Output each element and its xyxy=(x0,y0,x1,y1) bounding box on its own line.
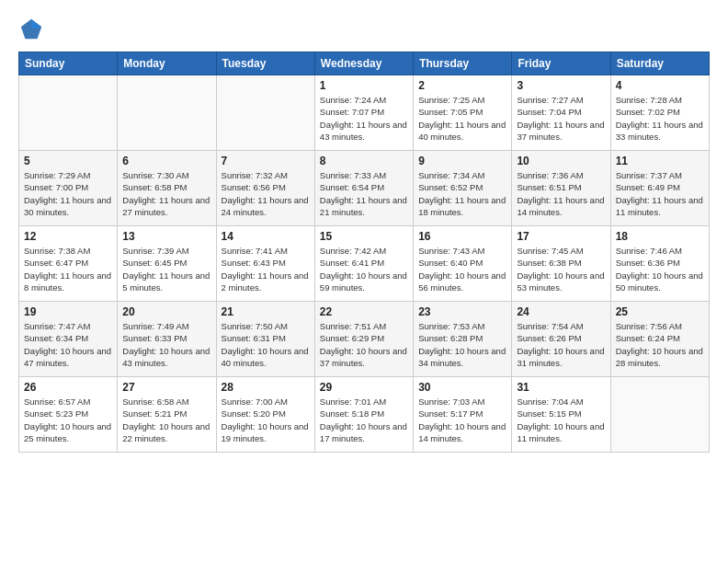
day-info: Sunrise: 7:36 AM Sunset: 6:51 PM Dayligh… xyxy=(517,169,605,218)
calendar-header-friday: Friday xyxy=(512,52,610,75)
day-info: Sunrise: 7:43 AM Sunset: 6:40 PM Dayligh… xyxy=(418,245,506,293)
page: SundayMondayTuesdayWednesdayThursdayFrid… xyxy=(0,0,728,462)
calendar-cell: 5Sunrise: 7:29 AM Sunset: 7:00 PM Daylig… xyxy=(19,151,118,226)
day-info: Sunrise: 7:38 AM Sunset: 6:47 PM Dayligh… xyxy=(24,245,112,293)
day-number: 3 xyxy=(517,79,605,92)
day-number: 30 xyxy=(418,381,506,394)
day-info: Sunrise: 7:45 AM Sunset: 6:38 PM Dayligh… xyxy=(517,245,605,293)
calendar-cell: 9Sunrise: 7:34 AM Sunset: 6:52 PM Daylig… xyxy=(414,151,512,226)
day-info: Sunrise: 7:42 AM Sunset: 6:41 PM Dayligh… xyxy=(320,245,408,293)
calendar-header-tuesday: Tuesday xyxy=(216,52,314,75)
day-number: 27 xyxy=(122,381,210,394)
calendar-cell: 3Sunrise: 7:27 AM Sunset: 7:04 PM Daylig… xyxy=(512,75,610,151)
day-number: 7 xyxy=(222,155,310,167)
day-number: 26 xyxy=(24,381,112,394)
day-number: 12 xyxy=(24,230,112,243)
day-info: Sunrise: 7:51 AM Sunset: 6:29 PM Dayligh… xyxy=(320,320,408,369)
calendar-header-sunday: Sunday xyxy=(19,52,118,75)
calendar-cell: 26Sunrise: 6:57 AM Sunset: 5:23 PM Dayli… xyxy=(19,377,118,453)
day-info: Sunrise: 7:37 AM Sunset: 6:49 PM Dayligh… xyxy=(616,169,704,218)
day-info: Sunrise: 7:03 AM Sunset: 5:17 PM Dayligh… xyxy=(418,396,506,444)
day-number: 14 xyxy=(222,230,310,243)
calendar-cell: 18Sunrise: 7:46 AM Sunset: 6:36 PM Dayli… xyxy=(610,226,709,302)
calendar-header-monday: Monday xyxy=(118,52,216,75)
day-info: Sunrise: 7:54 AM Sunset: 6:26 PM Dayligh… xyxy=(517,320,605,369)
logo xyxy=(18,17,48,42)
calendar-cell: 30Sunrise: 7:03 AM Sunset: 5:17 PM Dayli… xyxy=(414,377,512,453)
calendar-cell: 6Sunrise: 7:30 AM Sunset: 6:58 PM Daylig… xyxy=(118,151,216,226)
day-info: Sunrise: 7:34 AM Sunset: 6:52 PM Dayligh… xyxy=(418,169,506,218)
calendar-week-5: 26Sunrise: 6:57 AM Sunset: 5:23 PM Dayli… xyxy=(19,377,710,453)
day-number: 19 xyxy=(24,305,112,318)
day-number: 18 xyxy=(616,230,704,243)
day-info: Sunrise: 7:01 AM Sunset: 5:18 PM Dayligh… xyxy=(320,396,408,444)
day-info: Sunrise: 7:53 AM Sunset: 6:28 PM Dayligh… xyxy=(418,320,506,369)
day-number: 10 xyxy=(517,155,605,167)
calendar-cell xyxy=(118,75,216,151)
day-info: Sunrise: 7:04 AM Sunset: 5:15 PM Dayligh… xyxy=(517,396,605,444)
day-number: 8 xyxy=(320,155,408,167)
day-number: 28 xyxy=(222,381,310,394)
calendar-week-4: 19Sunrise: 7:47 AM Sunset: 6:34 PM Dayli… xyxy=(19,302,710,377)
day-number: 9 xyxy=(418,155,506,167)
day-info: Sunrise: 7:47 AM Sunset: 6:34 PM Dayligh… xyxy=(24,320,112,369)
calendar-cell: 19Sunrise: 7:47 AM Sunset: 6:34 PM Dayli… xyxy=(19,302,118,377)
day-info: Sunrise: 7:33 AM Sunset: 6:54 PM Dayligh… xyxy=(320,169,408,218)
calendar-cell: 16Sunrise: 7:43 AM Sunset: 6:40 PM Dayli… xyxy=(414,226,512,302)
calendar-cell: 2Sunrise: 7:25 AM Sunset: 7:05 PM Daylig… xyxy=(414,75,512,151)
day-info: Sunrise: 7:30 AM Sunset: 6:58 PM Dayligh… xyxy=(122,169,210,218)
day-info: Sunrise: 7:49 AM Sunset: 6:33 PM Dayligh… xyxy=(122,320,210,369)
calendar-cell: 27Sunrise: 6:58 AM Sunset: 5:21 PM Dayli… xyxy=(118,377,216,453)
calendar-cell: 22Sunrise: 7:51 AM Sunset: 6:29 PM Dayli… xyxy=(314,302,413,377)
day-number: 2 xyxy=(418,79,506,92)
calendar-header-wednesday: Wednesday xyxy=(314,52,413,75)
day-info: Sunrise: 7:32 AM Sunset: 6:56 PM Dayligh… xyxy=(222,169,310,218)
day-number: 25 xyxy=(616,305,704,318)
day-number: 4 xyxy=(616,79,704,92)
calendar-cell: 17Sunrise: 7:45 AM Sunset: 6:38 PM Dayli… xyxy=(512,226,610,302)
calendar-cell: 7Sunrise: 7:32 AM Sunset: 6:56 PM Daylig… xyxy=(216,151,314,226)
day-info: Sunrise: 7:46 AM Sunset: 6:36 PM Dayligh… xyxy=(616,245,704,293)
calendar-cell: 12Sunrise: 7:38 AM Sunset: 6:47 PM Dayli… xyxy=(19,226,118,302)
day-info: Sunrise: 7:24 AM Sunset: 7:07 PM Dayligh… xyxy=(320,94,408,143)
calendar-cell: 14Sunrise: 7:41 AM Sunset: 6:43 PM Dayli… xyxy=(216,226,314,302)
day-info: Sunrise: 7:56 AM Sunset: 6:24 PM Dayligh… xyxy=(616,320,704,369)
calendar-table: SundayMondayTuesdayWednesdayThursdayFrid… xyxy=(18,52,710,453)
calendar-cell: 31Sunrise: 7:04 AM Sunset: 5:15 PM Dayli… xyxy=(512,377,610,453)
day-info: Sunrise: 7:27 AM Sunset: 7:04 PM Dayligh… xyxy=(517,94,605,143)
day-number: 21 xyxy=(222,305,310,318)
day-number: 17 xyxy=(517,230,605,243)
day-number: 23 xyxy=(418,305,506,318)
day-number: 24 xyxy=(517,305,605,318)
calendar-cell: 13Sunrise: 7:39 AM Sunset: 6:45 PM Dayli… xyxy=(118,226,216,302)
day-number: 1 xyxy=(320,79,408,92)
day-info: Sunrise: 7:29 AM Sunset: 7:00 PM Dayligh… xyxy=(24,169,112,218)
day-info: Sunrise: 6:58 AM Sunset: 5:21 PM Dayligh… xyxy=(122,396,210,444)
calendar-cell: 21Sunrise: 7:50 AM Sunset: 6:31 PM Dayli… xyxy=(216,302,314,377)
header xyxy=(18,17,710,42)
calendar-header-thursday: Thursday xyxy=(414,52,512,75)
day-number: 16 xyxy=(418,230,506,243)
calendar-header-row: SundayMondayTuesdayWednesdayThursdayFrid… xyxy=(19,52,710,75)
day-number: 6 xyxy=(122,155,210,167)
calendar-cell: 23Sunrise: 7:53 AM Sunset: 6:28 PM Dayli… xyxy=(414,302,512,377)
day-info: Sunrise: 7:00 AM Sunset: 5:20 PM Dayligh… xyxy=(222,396,310,444)
day-number: 29 xyxy=(320,381,408,394)
day-info: Sunrise: 7:39 AM Sunset: 6:45 PM Dayligh… xyxy=(122,245,210,293)
calendar-cell: 20Sunrise: 7:49 AM Sunset: 6:33 PM Dayli… xyxy=(118,302,216,377)
calendar-cell xyxy=(216,75,314,151)
calendar-cell: 28Sunrise: 7:00 AM Sunset: 5:20 PM Dayli… xyxy=(216,377,314,453)
day-number: 22 xyxy=(320,305,408,318)
calendar-cell: 4Sunrise: 7:28 AM Sunset: 7:02 PM Daylig… xyxy=(610,75,709,151)
calendar-header-saturday: Saturday xyxy=(610,52,709,75)
day-info: Sunrise: 7:41 AM Sunset: 6:43 PM Dayligh… xyxy=(222,245,310,293)
day-number: 11 xyxy=(616,155,704,167)
day-info: Sunrise: 7:50 AM Sunset: 6:31 PM Dayligh… xyxy=(222,320,310,369)
day-info: Sunrise: 7:25 AM Sunset: 7:05 PM Dayligh… xyxy=(418,94,506,143)
calendar-cell: 15Sunrise: 7:42 AM Sunset: 6:41 PM Dayli… xyxy=(314,226,413,302)
calendar-cell: 11Sunrise: 7:37 AM Sunset: 6:49 PM Dayli… xyxy=(610,151,709,226)
day-number: 13 xyxy=(122,230,210,243)
calendar-week-3: 12Sunrise: 7:38 AM Sunset: 6:47 PM Dayli… xyxy=(19,226,710,302)
calendar-cell: 8Sunrise: 7:33 AM Sunset: 6:54 PM Daylig… xyxy=(314,151,413,226)
day-number: 15 xyxy=(320,230,408,243)
